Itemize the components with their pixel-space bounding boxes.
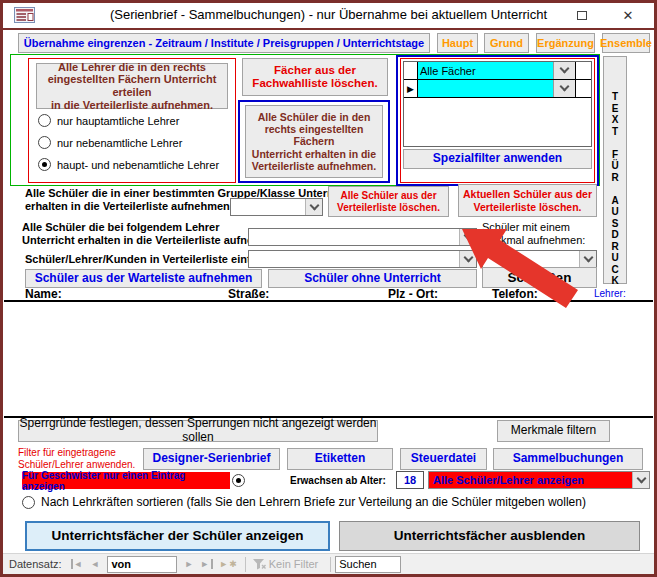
chevron-down-icon <box>463 252 473 262</box>
merkmal-combo-dropdown[interactable] <box>579 251 596 267</box>
filter-funnel-icon <box>253 559 266 570</box>
grid-end-cell <box>575 80 591 97</box>
radio-icon <box>232 474 245 487</box>
merkmal-combo[interactable] <box>482 250 597 268</box>
radio-icon <box>38 114 51 127</box>
subjects-grid: Alle Fächer ▶ <box>403 61 592 147</box>
tag-grund-button[interactable]: Grund <box>484 33 529 53</box>
subject-row: Alle Fächer <box>404 62 591 80</box>
waitlist-button[interactable]: Schüler aus der Warteliste aufnehmen <box>25 269 262 288</box>
combo-value <box>249 255 252 267</box>
new-record-button[interactable]: ►✱ <box>216 559 240 569</box>
recipient-list-area[interactable] <box>4 302 653 414</box>
chevron-down-icon <box>560 82 570 92</box>
radio-icon <box>22 496 35 509</box>
chevron-down-icon <box>636 473 646 483</box>
entry-combo[interactable] <box>248 250 477 268</box>
column-header-strasse: Straße: <box>228 287 269 301</box>
chevron-down-icon <box>309 200 319 210</box>
subject-combo-value[interactable]: Alle Fächer <box>418 62 553 79</box>
designer-serienbrief-button[interactable]: Designer-Serienbrief <box>143 448 280 470</box>
row-selector-current[interactable]: ▶ <box>404 80 418 97</box>
subject-row: ▶ <box>404 80 591 98</box>
close-button[interactable]: ✕ <box>612 3 644 27</box>
hide-subjects-button[interactable]: Unterrichtsfächer ausblenden <box>339 521 640 551</box>
column-header-lehrer: Lehrer: <box>594 288 626 299</box>
radio-label: nur hauptamtliche Lehrer <box>57 115 179 127</box>
column-header-plz-ort: Plz - Ort: <box>388 287 438 301</box>
chevron-down-icon <box>463 230 473 240</box>
steuerdatei-button[interactable]: Steuerdatei <box>400 448 487 470</box>
radio-haupt-und-nebenamtliche[interactable]: haupt- und nebenamtliche Lehrer <box>38 158 219 171</box>
combo-value: Alle Schüler/Lehrer anzeigen <box>433 474 584 486</box>
close-form-button[interactable]: Schließen <box>482 267 597 288</box>
entry-label: Schüler/Lehrer/Kunden in Verteilerliste … <box>25 253 284 265</box>
subject-combo-value[interactable] <box>418 80 553 97</box>
nav-separator <box>330 557 331 572</box>
add-students-by-subject-button[interactable]: Alle Schüler die in den rechts eingestel… <box>245 105 383 178</box>
nav-separator <box>245 557 246 572</box>
anzeige-filter-dropdown[interactable] <box>632 472 649 488</box>
radio-nur-hauptamtliche[interactable]: nur hauptamtliche Lehrer <box>38 114 179 127</box>
window-title: (Serienbrief - Sammelbuchungen) - nur Üb… <box>0 7 657 22</box>
search-input[interactable] <box>335 556 401 573</box>
scope-limit-button[interactable]: Übernahme eingrenzen - Zeitraum / Instit… <box>18 33 430 53</box>
tag-ensemble-button[interactable]: Ensemble <box>602 33 650 53</box>
group-class-combo[interactable] <box>230 198 323 216</box>
entry-combo-dropdown[interactable] <box>459 251 476 267</box>
text-fuer-ausdruck-button[interactable]: T E X T F Ü R A U S D R U C K <box>603 56 627 284</box>
last-bar-icon <box>211 559 213 569</box>
column-header-name: Name: <box>25 287 62 301</box>
radio-label: nur nebenamtliche Lehrer <box>57 137 182 149</box>
previous-record-button[interactable]: ◄ <box>88 559 104 569</box>
row-selector[interactable] <box>404 62 418 79</box>
sperrgruende-button[interactable]: Sperrgründe festlegen, dessen Sperrungen… <box>18 420 378 442</box>
last-record-button[interactable]: ► <box>197 559 216 569</box>
filter-note-label: Filter für eingetragene Schüler/Lehrer a… <box>18 447 135 471</box>
next-record-button[interactable]: ► <box>181 559 197 569</box>
combo-value <box>483 255 486 267</box>
erwachsen-label: Erwachsen ab Alter: <box>290 475 386 486</box>
students-without-lessons-button[interactable]: Schüler ohne Unterricht <box>268 269 477 288</box>
clear-subject-list-button[interactable]: Fächer aus der Fachwahlliste löschen. <box>242 58 388 96</box>
clear-all-recipients-button[interactable]: Alle Schüler aus der Verteilerliste lösc… <box>328 186 449 217</box>
radio-label: haupt- und nebenamtliche Lehrer <box>57 159 219 171</box>
subject-combo-dropdown[interactable] <box>553 80 575 97</box>
teacher-combo[interactable] <box>248 228 477 246</box>
record-nav-label: Datensatz: <box>3 558 68 570</box>
erwachsen-alter-input[interactable] <box>396 471 424 489</box>
radio-nur-nebenamtliche[interactable]: nur nebenamtliche Lehrer <box>38 136 182 149</box>
anzeige-filter-combo[interactable]: Alle Schüler/Lehrer anzeigen <box>428 471 650 489</box>
radio-icon <box>38 158 51 171</box>
show-subjects-button[interactable]: Unterrichtsfächer der Schüler anzeigen <box>25 521 330 551</box>
chevron-down-icon <box>583 252 593 262</box>
subject-combo-dropdown[interactable] <box>553 62 575 79</box>
add-teachers-by-subject-button[interactable]: Alle Lehrer die in den rechts eingestell… <box>36 63 228 109</box>
group-class-combo-dropdown[interactable] <box>305 199 322 215</box>
first-record-button[interactable]: ◄ <box>68 559 88 569</box>
radio-icon <box>38 136 51 149</box>
tag-ergaenzung-button[interactable]: Ergänzung <box>536 33 595 53</box>
sammelbuchungen-button[interactable]: Sammelbuchungen <box>493 448 643 470</box>
grid-end-cell <box>575 62 591 79</box>
geschwister-banner: Für Geschwister nur einen Eintrag anzeig… <box>22 472 230 489</box>
teacher-combo-dropdown[interactable] <box>459 229 476 245</box>
chevron-down-icon <box>560 64 570 74</box>
record-position-input[interactable] <box>107 556 177 573</box>
first-record-icon: ◄ <box>71 559 84 569</box>
clear-current-recipient-button[interactable]: Aktuellen Schüler aus der Verteilerliste… <box>458 184 597 217</box>
radio-label: Nach Lehrkräften sortieren (falls Sie de… <box>41 495 586 509</box>
etiketten-button[interactable]: Etiketten <box>287 448 393 470</box>
maximize-icon <box>577 11 587 20</box>
sort-by-teacher-radio[interactable]: Nach Lehrkräften sortieren (falls Sie de… <box>22 495 586 509</box>
title-bar: (Serienbrief - Sammelbuchungen) - nur Üb… <box>0 0 657 30</box>
merkmale-filtern-button[interactable]: Merkmale filtern <box>497 420 610 442</box>
apply-special-filter-button[interactable]: Spezialfilter anwenden <box>403 149 592 169</box>
no-filter-button[interactable]: Kein Filter <box>269 558 319 570</box>
serienbrief-window: (Serienbrief - Sammelbuchungen) - nur Üb… <box>0 0 657 577</box>
maximize-button[interactable] <box>566 3 598 27</box>
geschwister-radio[interactable] <box>232 474 245 487</box>
tag-haupt-button[interactable]: Haupt <box>437 33 478 53</box>
last-record-icon: ► <box>200 559 210 569</box>
column-header-telefon: Telefon: <box>492 287 538 301</box>
